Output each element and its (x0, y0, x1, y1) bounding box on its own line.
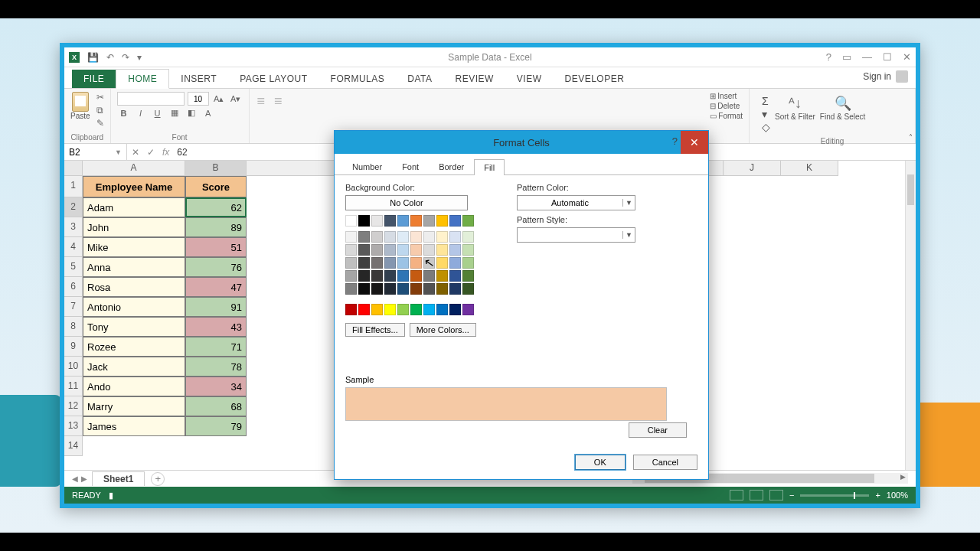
cell[interactable]: 78 (185, 357, 247, 377)
row-header-14[interactable]: 14 (64, 436, 83, 456)
border-button[interactable]: ▦ (168, 108, 181, 118)
color-swatch[interactable] (449, 244, 461, 256)
color-swatch[interactable] (462, 257, 474, 269)
cell[interactable]: 62 (185, 197, 247, 217)
color-swatch[interactable] (384, 283, 396, 295)
name-box[interactable]: B2 ▼ (64, 144, 127, 160)
cell[interactable]: 91 (185, 297, 247, 317)
clear-button[interactable]: Clear (629, 422, 687, 438)
macro-record-icon[interactable]: ▮ (109, 491, 113, 500)
page-break-view-button[interactable] (769, 490, 783, 500)
col-header-A[interactable]: A (83, 161, 185, 176)
copy-icon[interactable]: ⧉ (96, 105, 104, 116)
fx-icon[interactable]: fx (162, 147, 169, 158)
color-swatch[interactable] (423, 231, 435, 243)
color-swatch[interactable] (371, 215, 383, 227)
color-swatch[interactable] (410, 215, 422, 227)
tab-home[interactable]: HOME (116, 69, 169, 89)
color-swatch[interactable] (462, 231, 474, 243)
row-header-7[interactable]: 7 (64, 297, 83, 317)
color-swatch[interactable] (449, 304, 461, 315)
color-swatch[interactable] (358, 304, 370, 315)
color-swatch[interactable] (423, 270, 435, 282)
enter-formula-icon[interactable]: ✓ (147, 147, 155, 158)
color-swatch[interactable] (423, 257, 435, 269)
color-swatch[interactable] (410, 304, 422, 315)
color-swatch[interactable] (397, 231, 409, 243)
color-swatch[interactable] (397, 304, 409, 315)
color-swatch[interactable] (423, 215, 435, 227)
color-swatch[interactable] (462, 270, 474, 282)
increase-font-icon[interactable]: A▴ (212, 94, 226, 104)
pattern-color-combo[interactable]: Automatic ▼ (517, 195, 635, 210)
dialog-close-button[interactable]: ✕ (681, 131, 708, 154)
close-icon[interactable]: ✕ (903, 51, 911, 63)
color-swatch[interactable] (345, 244, 357, 256)
color-swatch[interactable] (397, 270, 409, 282)
color-swatch[interactable] (436, 283, 448, 295)
cell[interactable]: Jack (83, 357, 185, 377)
more-colors-button[interactable]: More Colors... (410, 323, 476, 337)
cell[interactable]: 47 (185, 277, 247, 297)
vertical-scrollbar[interactable] (905, 161, 916, 470)
collapse-ribbon-icon[interactable]: ˄ (909, 133, 913, 142)
row-header-2[interactable]: 2 (64, 197, 83, 217)
color-swatch[interactable] (410, 231, 422, 243)
undo-icon[interactable]: ↶ (106, 52, 114, 63)
color-swatch[interactable] (449, 231, 461, 243)
cell[interactable]: Tony (83, 317, 185, 337)
row-header-1[interactable]: 1 (64, 176, 83, 197)
qat-customize-icon[interactable]: ▾ (137, 52, 142, 63)
row-header-6[interactable]: 6 (64, 277, 83, 297)
color-swatch[interactable] (423, 283, 435, 295)
cell[interactable]: Ando (83, 377, 185, 396)
color-swatch[interactable] (384, 244, 396, 256)
bold-button[interactable]: B (117, 109, 131, 118)
delete-cells-button[interactable]: ⊟ Delete (710, 102, 743, 110)
find-select-button[interactable]: 🔍 Find & Select (820, 95, 865, 121)
clear-icon[interactable]: ◇ (762, 121, 770, 133)
color-swatch[interactable] (371, 283, 383, 295)
col-header-J[interactable]: J (724, 161, 781, 176)
row-header-10[interactable]: 10 (64, 357, 83, 377)
dialog-help-icon[interactable]: ? (672, 135, 678, 147)
color-swatch[interactable] (410, 283, 422, 295)
color-swatch[interactable] (345, 270, 357, 282)
tab-insert[interactable]: INSERT (169, 70, 228, 88)
ok-button[interactable]: OK (575, 455, 626, 470)
color-swatch[interactable] (384, 215, 396, 227)
color-swatch[interactable] (371, 231, 383, 243)
tab-view[interactable]: VIEW (505, 70, 554, 88)
page-layout-view-button[interactable] (750, 490, 763, 500)
normal-view-button[interactable] (730, 490, 743, 500)
no-color-button[interactable]: No Color (345, 195, 468, 210)
zoom-level[interactable]: 100% (887, 491, 908, 500)
maximize-icon[interactable]: ☐ (883, 51, 892, 63)
cell[interactable]: Mike (83, 237, 185, 257)
cell[interactable]: 68 (185, 396, 247, 416)
sort-filter-button[interactable]: ᴬ↓ Sort & Filter (775, 95, 815, 121)
cell[interactable]: 71 (185, 337, 247, 357)
cell[interactable]: 51 (185, 237, 247, 257)
color-swatch[interactable] (358, 270, 370, 282)
color-swatch[interactable] (384, 304, 396, 315)
autosum-icon[interactable]: Σ (762, 95, 770, 107)
italic-button[interactable]: I (134, 109, 148, 118)
color-swatch[interactable] (436, 304, 448, 315)
fill-icon[interactable]: ▾ (762, 108, 770, 120)
color-swatch[interactable] (384, 270, 396, 282)
color-swatch[interactable] (449, 283, 461, 295)
decrease-font-icon[interactable]: A▾ (229, 94, 243, 104)
color-swatch[interactable] (449, 270, 461, 282)
row-header-8[interactable]: 8 (64, 317, 83, 337)
dtab-border[interactable]: Border (429, 158, 474, 174)
cell[interactable]: 89 (185, 217, 247, 237)
ribbon-display-icon[interactable]: ▭ (842, 51, 851, 63)
insert-cells-button[interactable]: ⊞ Insert (710, 92, 743, 100)
tab-review[interactable]: REVIEW (443, 70, 505, 88)
color-swatch[interactable] (436, 244, 448, 256)
cell[interactable]: Rozee (83, 337, 185, 357)
row-header-4[interactable]: 4 (64, 237, 83, 257)
color-swatch[interactable] (371, 270, 383, 282)
color-swatch[interactable] (358, 283, 370, 295)
